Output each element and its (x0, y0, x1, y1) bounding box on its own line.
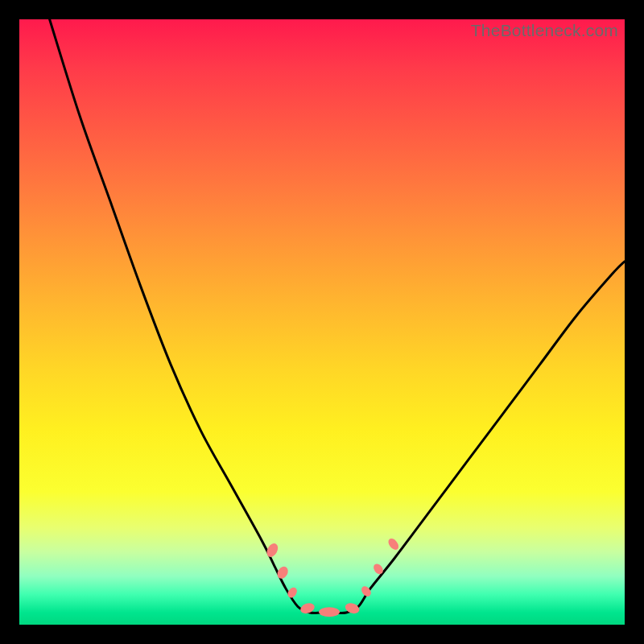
chart-frame: TheBottleneck.com (0, 0, 644, 644)
bottleneck-curve (50, 19, 625, 613)
curve-marker (386, 537, 401, 552)
chart-plot-area: TheBottleneck.com (19, 19, 625, 625)
curve-marker (319, 607, 340, 617)
curve-group (50, 19, 625, 613)
chart-curve-layer (19, 19, 625, 625)
